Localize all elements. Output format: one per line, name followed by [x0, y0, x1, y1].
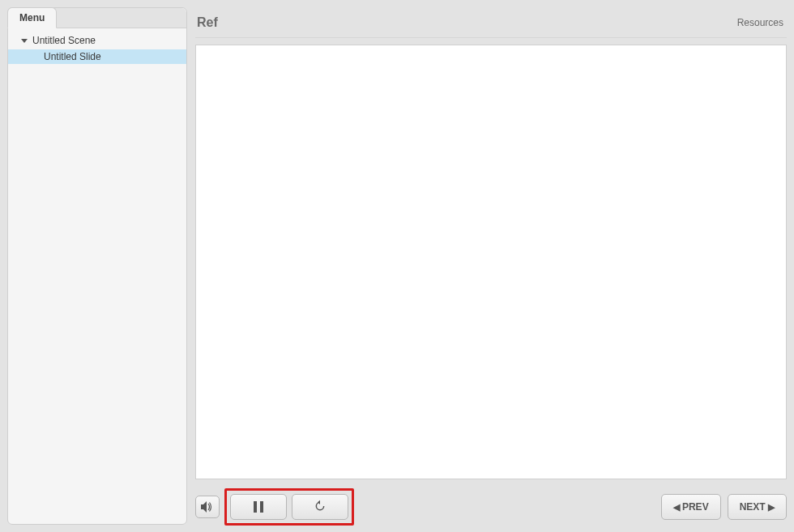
sidebar-tab-label: Menu — [19, 12, 45, 23]
outline-scene[interactable]: Untitled Scene — [8, 33, 186, 48]
outline-slide-label: Untitled Slide — [44, 51, 101, 62]
chevron-right-icon: ▶ — [768, 502, 775, 513]
slide-title: Ref — [197, 15, 218, 30]
prev-label: PREV — [682, 501, 709, 513]
stage-wrap — [195, 38, 787, 479]
volume-icon — [201, 501, 214, 513]
svg-marker-0 — [201, 501, 207, 513]
svg-marker-1 — [318, 500, 320, 504]
app-frame: Menu Untitled Scene Untitled Slide Ref R… — [0, 0, 794, 532]
sidebar: Menu Untitled Scene Untitled Slide — [7, 7, 187, 525]
outline-tree: Untitled Scene Untitled Slide — [8, 28, 186, 64]
replay-icon — [314, 500, 327, 515]
outline-slide[interactable]: Untitled Slide — [8, 49, 186, 64]
pause-icon — [254, 501, 263, 513]
sidebar-tab-menu[interactable]: Menu — [7, 7, 57, 28]
chevron-down-icon — [21, 39, 28, 43]
playbar: ◀ PREV NEXT ▶ — [195, 479, 787, 525]
pause-button[interactable] — [230, 494, 287, 520]
chevron-left-icon: ◀ — [673, 502, 680, 513]
main-area: Ref Resources — [195, 7, 787, 525]
next-label: NEXT — [740, 501, 766, 513]
transport-highlight — [224, 488, 354, 526]
outline-scene-label: Untitled Scene — [32, 35, 96, 46]
next-button[interactable]: NEXT ▶ — [728, 494, 787, 520]
title-bar: Ref Resources — [195, 7, 787, 38]
prev-button[interactable]: ◀ PREV — [661, 494, 721, 520]
slide-stage — [195, 45, 787, 479]
replay-button[interactable] — [292, 494, 348, 520]
resources-link[interactable]: Resources — [737, 17, 783, 28]
playbar-left — [195, 488, 354, 526]
playbar-right: ◀ PREV NEXT ▶ — [661, 494, 787, 520]
volume-button[interactable] — [195, 496, 220, 518]
